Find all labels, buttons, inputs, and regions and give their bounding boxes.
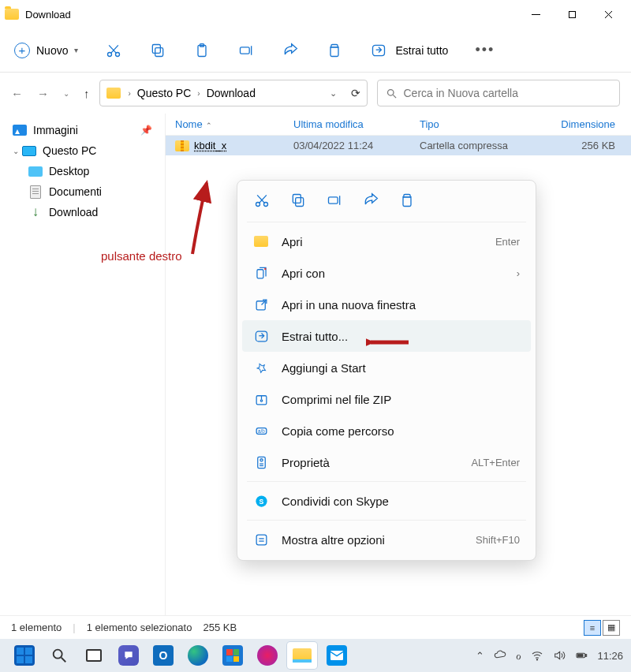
column-type[interactable]: Tipo [420, 118, 542, 130]
svg-rect-8 [155, 47, 163, 56]
zip-icon [253, 391, 269, 407]
more-button[interactable]: ••• [475, 42, 495, 58]
explorer-button[interactable] [287, 642, 317, 669]
sidebar: Immagini 📌 ⌄ Questo PC Desktop Documenti… [0, 114, 166, 615]
svg-text:a/b: a/b [258, 427, 265, 433]
sidebar-item-label: Desktop [49, 165, 89, 177]
status-size: 255 KB [203, 622, 237, 633]
computer-icon [22, 146, 36, 156]
up-button[interactable]: ↑ [84, 87, 90, 100]
battery-icon[interactable] [575, 649, 588, 662]
mail-button[interactable] [322, 642, 352, 669]
svg-point-47 [54, 650, 62, 659]
rename-icon[interactable] [326, 192, 343, 209]
recent-chevron[interactable]: ⌄ [63, 89, 69, 98]
annotation-arrow-2 [366, 334, 410, 353]
taskview-button[interactable] [79, 642, 109, 669]
file-name: kbdit_x [194, 140, 226, 151]
chevron-right-icon: › [197, 89, 200, 98]
desktop-icon [28, 166, 43, 177]
volume-icon[interactable] [553, 649, 566, 662]
forward-button[interactable]: → [37, 87, 49, 100]
menu-copy-path[interactable]: a/b Copia come percorso [242, 415, 531, 446]
menu-open-with[interactable]: Apri con › [242, 257, 531, 289]
file-row[interactable]: kbdit_x 03/04/2022 11:24 Cartella compre… [166, 136, 631, 155]
refresh-button[interactable]: ⟳ [351, 87, 360, 99]
menu-pin-start[interactable]: Aggiungi a Start [242, 352, 531, 383]
chevron-down-icon[interactable]: ⌄ [330, 88, 337, 99]
annotation-label: pulsante destro [101, 249, 182, 263]
new-label: Nuovo [36, 44, 68, 57]
view-icons-button[interactable]: ▦ [603, 620, 620, 636]
chevron-down-icon[interactable]: ⌄ [13, 147, 19, 155]
clock[interactable]: 11:26 [597, 650, 623, 662]
breadcrumb[interactable]: › Questo PC › Download ⌄ ⟳ [99, 80, 368, 106]
delete-icon[interactable] [326, 42, 343, 59]
sidebar-item-questo-pc[interactable]: ⌄ Questo PC [6, 140, 159, 161]
menu-share-skype[interactable]: S Condividi con Skype [242, 485, 531, 517]
chevron-down-icon: ▾ [74, 46, 78, 54]
maximize-button[interactable] [554, 0, 590, 28]
sidebar-item-label: Download [49, 206, 98, 218]
svg-line-17 [393, 95, 396, 98]
properties-icon [253, 454, 269, 470]
new-button[interactable]: + Nuovo ▾ [14, 43, 78, 58]
delete-icon[interactable] [398, 192, 416, 209]
paste-icon[interactable] [193, 42, 211, 59]
outlook-button[interactable]: O [148, 642, 178, 669]
view-details-button[interactable]: ≡ [584, 620, 601, 636]
extract-icon [253, 328, 269, 344]
svg-line-48 [62, 658, 66, 663]
cut-icon[interactable] [105, 42, 122, 59]
close-button[interactable] [590, 0, 626, 28]
copy-icon[interactable] [149, 42, 166, 59]
onedrive-icon[interactable] [494, 649, 506, 662]
annotation-arrow [185, 178, 232, 260]
chat-button[interactable] [114, 642, 144, 669]
svg-text:S: S [259, 497, 263, 505]
chevron-right-icon: › [517, 267, 520, 279]
menu-open-new-window[interactable]: Apri in una nuova finestra [242, 289, 531, 320]
tray-chevron-icon[interactable]: ⌃ [476, 650, 484, 662]
search-input[interactable]: Cerca in Nuova cartella [377, 80, 621, 106]
menu-properties[interactable]: Proprietà ALT+Enter [242, 446, 531, 478]
sidebar-item-download[interactable]: ↓ Download [6, 202, 159, 222]
rename-icon[interactable] [237, 42, 255, 59]
sidebar-item-desktop[interactable]: Desktop [6, 161, 159, 181]
breadcrumb-item[interactable]: Questo PC [137, 87, 191, 99]
breadcrumb-item[interactable]: Download [207, 87, 256, 99]
svg-rect-9 [153, 44, 161, 53]
window-title: Download [25, 9, 71, 21]
menu-open[interactable]: Apri Enter [242, 226, 531, 257]
language-icon[interactable]: ℴ [516, 648, 521, 663]
file-type: Cartella compressa [420, 140, 542, 151]
copy-icon[interactable] [289, 192, 307, 209]
svg-rect-26 [403, 197, 411, 207]
minimize-button[interactable] [517, 0, 554, 28]
share-icon[interactable] [362, 192, 379, 209]
edge-button[interactable] [183, 642, 213, 669]
share-icon[interactable] [282, 42, 299, 59]
menu-compress-zip[interactable]: Comprimi nel file ZIP [242, 383, 531, 415]
svg-rect-52 [586, 655, 587, 657]
sidebar-item-immagini[interactable]: Immagini 📌 [6, 120, 159, 140]
back-button[interactable]: ← [11, 87, 23, 100]
context-toolbar [242, 185, 531, 218]
column-name[interactable]: Nome⌃ [175, 118, 293, 130]
wifi-icon[interactable] [531, 649, 543, 662]
extract-all-button[interactable]: Estrai tutto [370, 42, 448, 59]
file-modified: 03/04/2022 11:24 [293, 140, 420, 151]
system-tray[interactable]: ⌃ ℴ 11:26 [476, 648, 623, 663]
sidebar-item-documenti[interactable]: Documenti [6, 181, 159, 202]
menu-more-options[interactable]: Mostra altre opzioni Shift+F10 [242, 524, 531, 555]
column-modified[interactable]: Ultima modifica [293, 118, 420, 130]
app-button[interactable] [252, 642, 282, 669]
column-size[interactable]: Dimensione [542, 118, 622, 130]
start-button[interactable] [9, 642, 39, 669]
svg-point-34 [260, 399, 262, 401]
store-button[interactable] [218, 642, 248, 669]
context-menu: Apri Enter Apri con › Apri in una nuova … [237, 180, 536, 561]
cut-icon[interactable] [253, 192, 271, 209]
search-button[interactable] [44, 642, 74, 669]
svg-point-50 [537, 659, 538, 660]
